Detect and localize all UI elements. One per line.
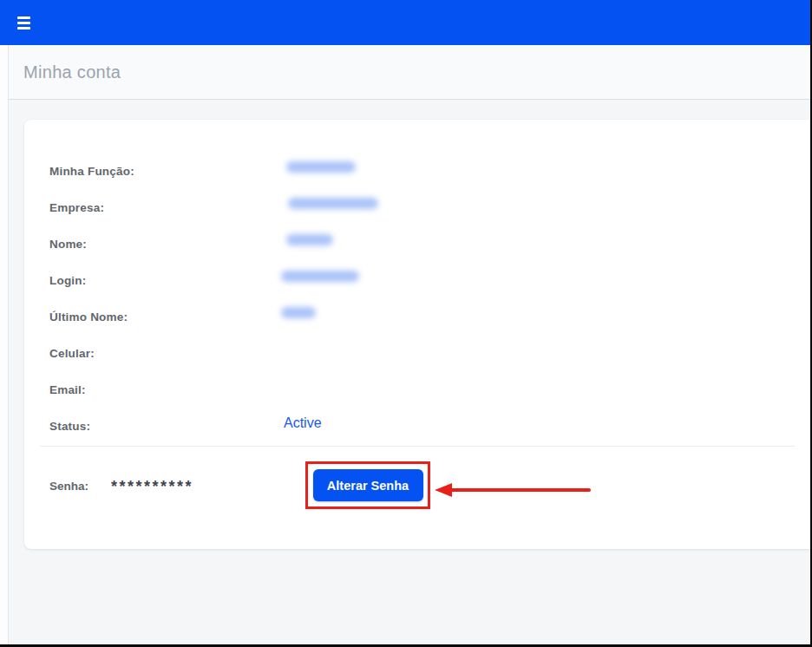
annotation-arrow [435,483,591,497]
field-value-redacted [286,166,810,177]
field-label: Status: [49,420,286,433]
password-label: Senha: [49,480,88,493]
change-password-button[interactable]: Alterar Senha [313,469,423,501]
account-card: Minha Função: Empresa: Nome: Login: Últi… [24,120,810,549]
hamburger-bar [17,22,30,24]
field-label: Login: [49,274,286,287]
field-label: Empresa: [49,201,286,214]
redacted-value-bar [286,161,356,173]
field-value-redacted [286,275,810,286]
field-label: Email: [49,383,286,396]
field-row-login: Login: [24,262,810,298]
account-fields: Minha Função: Empresa: Nome: Login: Últi… [24,120,810,444]
password-masked-value: ********** [111,478,193,496]
redacted-value-bar [286,234,333,245]
status-value: Active [284,415,322,431]
field-value-redacted [286,239,810,250]
hamburger-bar [17,16,30,19]
field-row-nome: Nome: [24,225,810,262]
annotation-highlight-rectangle: Alterar Senha [305,461,430,509]
hamburger-menu-icon[interactable] [17,16,30,29]
field-row-ultimo-nome: Último Nome: [24,298,810,335]
field-row-minha-funcao: Minha Função: [24,153,810,189]
field-label: Nome: [49,238,286,251]
field-label: Minha Função: [49,165,286,178]
field-row-celular: Celular: [24,335,810,371]
arrow-tail [449,488,591,492]
app-window: Minha conta Minha Função: Empresa: Nome:… [0,0,812,647]
field-row-empresa: Empresa: [24,189,810,225]
field-row-status: Status: Active [24,408,810,444]
redacted-value-bar [281,307,316,318]
page-header: Minha conta [9,45,812,100]
field-label: Último Nome: [49,310,286,324]
redacted-value-bar [281,271,359,282]
field-value-redacted [286,202,810,213]
top-navbar [0,0,810,45]
collapsed-sidebar-rail [0,45,9,647]
field-label: Celular: [49,347,286,360]
hamburger-bar [17,27,30,29]
redacted-value-bar [288,198,378,209]
password-section: Senha: ********** Alterar Senha [24,447,810,547]
field-value-redacted [286,311,810,323]
field-row-email: Email: [24,371,810,408]
page-title: Minha conta [23,62,121,82]
